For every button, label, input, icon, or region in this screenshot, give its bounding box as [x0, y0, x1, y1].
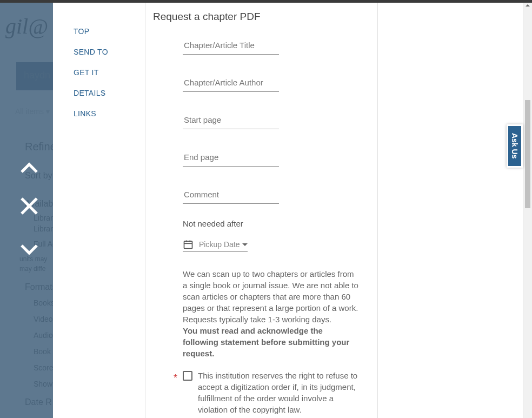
- required-star-icon: *: [174, 373, 177, 383]
- svg-rect-2: [184, 241, 192, 248]
- end-page-input[interactable]: [183, 154, 279, 167]
- comment-field: Comment: [183, 191, 279, 204]
- close-modal-button[interactable]: [18, 195, 41, 220]
- nav-details[interactable]: DETAILS: [74, 89, 145, 97]
- prev-result-button[interactable]: [18, 157, 41, 182]
- next-result-button[interactable]: [18, 238, 41, 263]
- form-heading: Request a chapter PDF: [153, 11, 370, 23]
- nav-send-to[interactable]: SEND TO: [74, 48, 145, 56]
- calendar-icon: [183, 239, 194, 250]
- not-needed-after-label: Not needed after: [183, 219, 370, 228]
- right-blank-panel: [378, 3, 532, 418]
- acknowledgment-row: * This institution reserves the right to…: [174, 370, 360, 415]
- acknowledgment-text: This institution reserves the right to r…: [198, 370, 360, 415]
- start-page-input[interactable]: [183, 116, 279, 129]
- pickup-date-label: Pickup Date: [199, 240, 242, 249]
- chapter-author-field: Chapter/Article Author: [183, 79, 279, 92]
- close-icon: [18, 195, 41, 217]
- dropdown-arrow-icon: [242, 243, 248, 246]
- chapter-title-input[interactable]: [183, 42, 279, 55]
- nav-top[interactable]: TOP: [74, 27, 145, 36]
- scan-info-text: We can scan up to two chapters or articl…: [183, 268, 360, 359]
- acknowledgment-checkbox[interactable]: [183, 371, 192, 381]
- nav-links[interactable]: LINKS: [74, 109, 145, 118]
- nav-get-it[interactable]: GET IT: [74, 68, 145, 77]
- scrollbar[interactable]: [523, 3, 532, 418]
- ask-us-button[interactable]: Ask Us: [507, 124, 523, 168]
- comment-input[interactable]: [183, 191, 279, 204]
- chapter-author-input[interactable]: [183, 79, 279, 92]
- end-page-field: End page: [183, 154, 279, 167]
- chevron-up-icon: [18, 157, 41, 180]
- request-form-panel: Request a chapter PDF Chapter/Article Ti…: [145, 3, 378, 418]
- modal-nav-sidebar: TOP SEND TO GET IT DETAILS LINKS: [53, 3, 145, 418]
- chevron-down-icon: [18, 238, 41, 261]
- chapter-title-field: Chapter/Article Title: [183, 42, 279, 55]
- pickup-date-picker[interactable]: Pickup Date: [183, 239, 248, 252]
- scroll-thumb[interactable]: [525, 100, 530, 208]
- ack-required-text: You must read and acknowledge the follow…: [183, 326, 349, 358]
- start-page-field: Start page: [183, 116, 279, 129]
- scroll-up-icon: [526, 4, 530, 6]
